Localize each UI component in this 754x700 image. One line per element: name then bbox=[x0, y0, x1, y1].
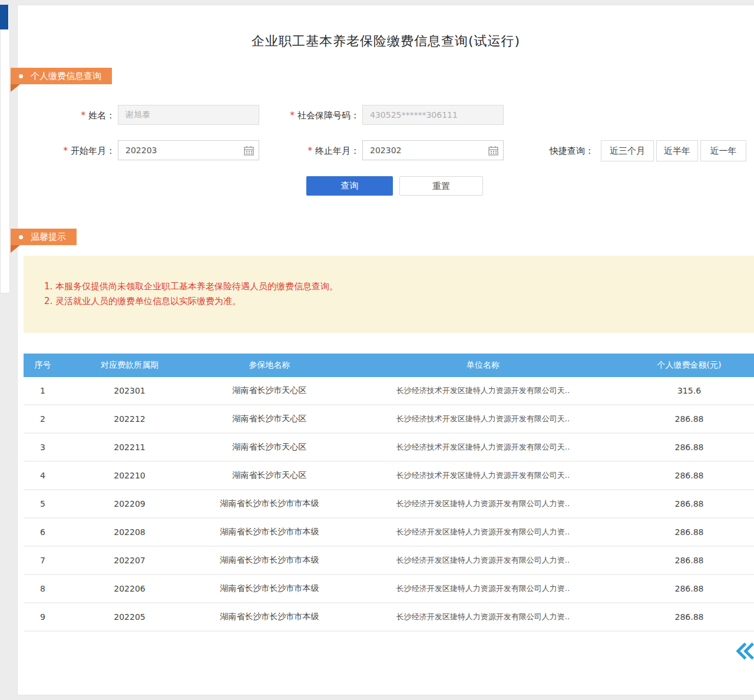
cell-period: 202207 bbox=[62, 556, 197, 565]
table-row: 3 202211 湖南省长沙市天心区 长沙经济技术开发区捷特人力资源开发有限公司… bbox=[24, 434, 754, 462]
cell-amount: 286.88 bbox=[624, 499, 754, 509]
notice-line: 2. 灵活就业人员的缴费单位信息以实际缴费为准。 bbox=[44, 294, 742, 309]
section-badge-label: 个人缴费信息查询 bbox=[31, 71, 101, 82]
cell-index: 8 bbox=[24, 584, 62, 593]
cell-employer: 长沙经济开发区捷特人力资源开发有限公司人力资.. bbox=[342, 612, 624, 622]
col-header-index: 序号 bbox=[24, 360, 62, 371]
cell-employer: 长沙经济开发区捷特人力资源开发有限公司人力资.. bbox=[342, 583, 624, 594]
section-badge-label: 温馨提示 bbox=[31, 232, 66, 243]
table-row: 8 202206 湖南省长沙市长沙市市本级 长沙经济开发区捷特人力资源开发有限公… bbox=[24, 575, 754, 603]
quick-btn-last-3-months[interactable]: 近三个月 bbox=[601, 140, 654, 161]
cell-period: 202211 bbox=[62, 443, 197, 452]
cell-amount: 286.88 bbox=[624, 556, 754, 565]
cell-location: 湖南省长沙市长沙市市本级 bbox=[197, 498, 342, 509]
ssn-label: *社会保障号码： bbox=[247, 110, 359, 121]
cell-amount: 286.88 bbox=[624, 414, 754, 424]
results-table: 序号 对应费款所属期 参保地名称 单位名称 个人缴费金额(元) 1 202301… bbox=[24, 354, 754, 632]
double-left-chevron-icon[interactable] bbox=[736, 638, 754, 664]
cell-index: 1 bbox=[24, 386, 62, 395]
name-label: *姓名： bbox=[35, 110, 115, 121]
col-header-employer: 单位名称 bbox=[342, 360, 624, 371]
cell-employer: 长沙经济开发区捷特人力资源开发有限公司人力资.. bbox=[342, 498, 624, 509]
cell-location: 湖南省长沙市长沙市市本级 bbox=[197, 527, 342, 537]
cell-index: 6 bbox=[24, 527, 62, 537]
cell-period: 202208 bbox=[62, 527, 197, 537]
cell-index: 2 bbox=[24, 414, 62, 424]
cell-location: 湖南省长沙市天心区 bbox=[197, 470, 342, 481]
col-header-amount: 个人缴费金额(元) bbox=[624, 360, 754, 371]
start-month-field[interactable] bbox=[118, 140, 259, 160]
cell-amount: 286.88 bbox=[624, 612, 754, 622]
badge-fold-icon bbox=[11, 84, 20, 92]
table-row: 7 202207 湖南省长沙市长沙市市本级 长沙经济开发区捷特人力资源开发有限公… bbox=[24, 547, 754, 575]
cell-index: 5 bbox=[24, 499, 62, 509]
page-title: 企业职工基本养老保险缴费信息查询(试运行) bbox=[18, 32, 754, 50]
col-header-location: 参保地名称 bbox=[197, 360, 342, 371]
start-month-label: *开始年月： bbox=[35, 146, 115, 157]
calendar-icon[interactable] bbox=[244, 146, 254, 156]
section-badge-personal-query: 个人缴费信息查询 bbox=[11, 68, 112, 84]
badge-fold-icon bbox=[11, 245, 20, 253]
cell-amount: 286.88 bbox=[624, 584, 754, 593]
cell-employer: 长沙经济技术开发区捷特人力资源开发有限公司天.. bbox=[342, 470, 624, 481]
cell-amount: 286.88 bbox=[624, 527, 754, 537]
reset-button[interactable]: 重置 bbox=[399, 176, 483, 196]
name-field[interactable] bbox=[118, 105, 259, 125]
cell-employer: 长沙经济开发区捷特人力资源开发有限公司人力资.. bbox=[342, 555, 624, 566]
cell-period: 202206 bbox=[62, 584, 197, 593]
col-header-period: 对应费款所属期 bbox=[62, 360, 197, 371]
cell-employer: 长沙经济技术开发区捷特人力资源开发有限公司天.. bbox=[342, 442, 624, 453]
query-button[interactable]: 查询 bbox=[306, 176, 393, 196]
end-month-field[interactable] bbox=[362, 140, 504, 160]
cell-amount: 315.6 bbox=[624, 386, 754, 395]
calendar-icon[interactable] bbox=[488, 146, 498, 156]
quick-btn-last-year[interactable]: 近一年 bbox=[700, 140, 746, 161]
end-month-label: *终止年月： bbox=[280, 146, 359, 157]
cell-employer: 长沙经济技术开发区捷特人力资源开发有限公司天.. bbox=[342, 414, 624, 424]
cell-location: 湖南省长沙市天心区 bbox=[197, 385, 342, 396]
sidebar-accent-block bbox=[0, 5, 8, 29]
cell-location: 湖南省长沙市长沙市市本级 bbox=[197, 555, 342, 566]
cell-location: 湖南省长沙市天心区 bbox=[197, 414, 342, 424]
cell-location: 湖南省长沙市长沙市市本级 bbox=[197, 612, 342, 622]
required-mark: * bbox=[64, 146, 68, 156]
quick-btn-last-half-year[interactable]: 近半年 bbox=[656, 140, 698, 161]
table-row: 4 202210 湖南省长沙市天心区 长沙经济技术开发区捷特人力资源开发有限公司… bbox=[24, 462, 754, 490]
required-mark: * bbox=[290, 110, 295, 121]
bullet-icon bbox=[19, 235, 23, 239]
section-badge-tips: 温馨提示 bbox=[11, 229, 77, 245]
cell-index: 3 bbox=[24, 443, 62, 452]
collapsed-sidebar[interactable] bbox=[0, 5, 10, 293]
cell-employer: 长沙经济技术开发区捷特人力资源开发有限公司天.. bbox=[342, 385, 624, 396]
cell-amount: 286.88 bbox=[624, 443, 754, 452]
table-row: 1 202301 湖南省长沙市天心区 长沙经济技术开发区捷特人力资源开发有限公司… bbox=[24, 377, 754, 405]
cell-amount: 286.88 bbox=[624, 471, 754, 480]
cell-index: 9 bbox=[24, 612, 62, 622]
required-mark: * bbox=[308, 146, 313, 156]
bullet-icon bbox=[19, 74, 23, 78]
cell-period: 202212 bbox=[62, 414, 197, 424]
cell-index: 4 bbox=[24, 471, 62, 480]
cell-period: 202209 bbox=[62, 499, 197, 509]
cell-index: 7 bbox=[24, 556, 62, 565]
page: 企业职工基本养老保险缴费信息查询(试运行) 个人缴费信息查询 *姓名： *社会保… bbox=[0, 0, 754, 700]
notice-box: 1. 本服务仅提供尚未领取企业职工基本养老保险待遇人员的缴费信息查询。 2. 灵… bbox=[24, 256, 754, 333]
table-row: 2 202212 湖南省长沙市天心区 长沙经济技术开发区捷特人力资源开发有限公司… bbox=[24, 405, 754, 434]
cell-location: 湖南省长沙市长沙市市本级 bbox=[197, 583, 342, 594]
notice-line: 1. 本服务仅提供尚未领取企业职工基本养老保险待遇人员的缴费信息查询。 bbox=[44, 279, 742, 294]
required-mark: * bbox=[81, 110, 86, 121]
cell-employer: 长沙经济开发区捷特人力资源开发有限公司人力资.. bbox=[342, 527, 624, 537]
table-row: 5 202209 湖南省长沙市长沙市市本级 长沙经济开发区捷特人力资源开发有限公… bbox=[24, 490, 754, 519]
cell-period: 202210 bbox=[62, 471, 197, 480]
ssn-field[interactable] bbox=[362, 105, 504, 125]
table-row: 9 202205 湖南省长沙市长沙市市本级 长沙经济开发区捷特人力资源开发有限公… bbox=[24, 603, 754, 632]
table-row: 6 202208 湖南省长沙市长沙市市本级 长沙经济开发区捷特人力资源开发有限公… bbox=[24, 519, 754, 547]
cell-location: 湖南省长沙市天心区 bbox=[197, 442, 342, 453]
quick-query-label: 快捷查询： bbox=[550, 146, 594, 157]
cell-period: 202205 bbox=[62, 612, 197, 622]
cell-period: 202301 bbox=[62, 386, 197, 395]
table-header-row: 序号 对应费款所属期 参保地名称 单位名称 个人缴费金额(元) bbox=[24, 354, 754, 377]
